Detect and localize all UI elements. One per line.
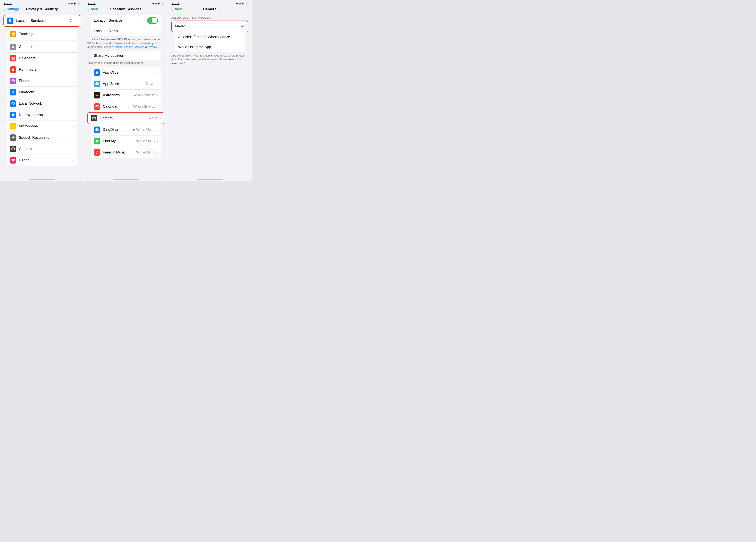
nav-title-2: Location Services — [110, 7, 142, 11]
status-bar-3: 11:11 ••• WiFi 🔋 — [168, 0, 252, 6]
tracking-item[interactable]: Tracking › — [7, 28, 77, 40]
never-option[interactable]: Never ✓ — [172, 21, 248, 32]
health-chevron: › — [73, 159, 74, 162]
signal-icon-2: ••• — [151, 2, 154, 5]
status-icons-1: ••• WiFi 🔋 — [67, 2, 80, 5]
dingding-item[interactable]: DingDing ▶ While Using › — [91, 124, 161, 136]
status-icons-2: ••• WiFi 🔋 — [151, 2, 164, 5]
apps-list-group: App Clips › App Store Never › — [91, 67, 161, 112]
app-store-icon — [94, 81, 100, 87]
camera-item-p2[interactable]: Camera Never › — [88, 113, 164, 124]
back-label-1: Settings — [6, 7, 19, 11]
svg-rect-1 — [96, 72, 98, 73]
app-store-chevron: › — [157, 82, 158, 86]
bluetooth-chevron: › — [73, 91, 74, 94]
health-icon — [10, 157, 16, 164]
panel-camera: 11:11 ••• WiFi 🔋 ‹ Back Camera ALLOW LOC… — [168, 0, 252, 181]
calendar-item[interactable]: Calendar When Shared › — [91, 101, 161, 112]
wifi-icon-3: WiFi — [239, 2, 244, 5]
back-button-2[interactable]: ‹ Back — [87, 7, 98, 12]
location-services-toggle-label: Location Services — [94, 18, 147, 23]
allow-location-label: ALLOW LOCATION ACCESS — [168, 13, 252, 21]
while-using-option[interactable]: While Using the App — [175, 42, 245, 52]
astronomy-chevron: › — [157, 94, 158, 97]
bluetooth-item[interactable]: Bluetooth › — [7, 87, 77, 98]
dingding-loc-icon: ▶ — [133, 128, 135, 131]
freegal-value: While Using — [136, 150, 156, 155]
tracking-section: Tracking › — [3, 28, 80, 40]
sharing-desc: This iPhone is being used for location s… — [84, 60, 168, 66]
battery-icon-1: 🔋 — [77, 2, 80, 5]
reminders-item[interactable]: Reminders › — [7, 64, 77, 75]
location-services-value: On — [70, 19, 75, 23]
battery-icon-3: 🔋 — [245, 2, 248, 5]
microphone-item[interactable]: Microphone › — [7, 121, 77, 132]
back-button-1[interactable]: ‹ Settings — [3, 7, 19, 12]
health-item[interactable]: Health › — [7, 155, 77, 166]
app-store-item[interactable]: App Store Never › — [91, 78, 161, 90]
microphone-icon — [10, 123, 16, 130]
other-options-section: Ask Next Time Or When I Share While Usin… — [171, 32, 248, 52]
camera-item[interactable]: Camera › — [7, 144, 77, 155]
tracking-label: Tracking — [19, 32, 72, 36]
camera-chevron-p2: › — [160, 117, 161, 120]
find-my-item[interactable]: Find My While Using › — [91, 136, 161, 147]
toggle-knob — [152, 18, 157, 23]
app-clips-item[interactable]: App Clips › — [91, 67, 161, 78]
contacts-item[interactable]: Contacts › — [7, 41, 77, 53]
dingding-value: While Using — [136, 128, 156, 132]
camera-chevron-p1: › — [73, 147, 74, 151]
nav-bar-2: ‹ Back Location Services — [84, 6, 168, 13]
location-services-chevron: › — [76, 19, 77, 22]
ask-next-time-option[interactable]: Ask Next Time Or When I Share — [175, 32, 245, 42]
health-label: Health — [19, 158, 72, 163]
contacts-label: Contacts — [19, 45, 72, 49]
location-services-section: Location Services On › — [3, 15, 80, 27]
astronomy-item[interactable]: Astronomy When Shared › — [91, 90, 161, 101]
content-1: Location Services On › Tracking › — [0, 13, 84, 176]
loc-services-toggle-section: Location Services Location Alerts › — [87, 15, 164, 36]
local-network-item[interactable]: Local Network › — [7, 98, 77, 109]
more-apps-group: DingDing ▶ While Using › Find My While U… — [91, 124, 161, 158]
nearby-interactions-item[interactable]: Nearby Interactions › — [7, 109, 77, 121]
app-clips-chevron: › — [157, 71, 158, 74]
nav-bar-3: ‹ Back Camera — [168, 6, 252, 13]
wifi-icon-1: WiFi — [71, 2, 76, 5]
find-my-value: While Using — [136, 139, 156, 143]
location-services-toggle[interactable] — [147, 17, 158, 24]
location-alerts-item[interactable]: Location Alerts › — [91, 26, 161, 36]
settings-list-section: Contacts › Calendars › Reminders › — [3, 41, 80, 166]
local-network-label: Local Network — [19, 102, 72, 106]
camera-value-p2: Never — [149, 116, 158, 120]
freegal-label: Freegal Music — [103, 150, 136, 155]
share-location-section: Share My Location › — [87, 51, 164, 60]
never-label: Never — [175, 24, 241, 28]
dingding-icon — [94, 127, 100, 133]
location-services-label: Location Services — [16, 19, 70, 23]
location-alerts-label: Location Alerts — [94, 29, 156, 33]
photos-icon — [10, 78, 16, 84]
back-label-3: Back — [174, 7, 182, 11]
explanation-label: App explanation: — [171, 54, 193, 57]
share-my-location-item[interactable]: Share My Location › — [91, 51, 161, 60]
photos-item[interactable]: Photos › — [7, 75, 77, 87]
never-highlighted-box: Never ✓ — [171, 21, 248, 32]
panel-location-services: 11:11 ••• WiFi 🔋 ‹ Back Location Service… — [84, 0, 168, 181]
speech-recognition-item[interactable]: Speech Recognition › — [7, 132, 77, 144]
about-location-link[interactable]: About Location Services & Privacy... — [114, 45, 159, 49]
while-using-label: While Using the App — [178, 45, 241, 49]
freegal-item[interactable]: Freegal Music While Using › — [91, 147, 161, 158]
bluetooth-label: Bluetooth — [19, 90, 72, 94]
local-network-icon — [10, 100, 16, 107]
location-services-item[interactable]: Location Services On › — [4, 15, 80, 26]
location-services-toggle-item[interactable]: Location Services — [91, 15, 161, 26]
chevron-back-2: ‹ — [87, 7, 89, 12]
explanation-text: App explanation: "Your location is used … — [168, 52, 252, 67]
app-store-label: App Store — [103, 82, 146, 86]
location-services-highlighted-row[interactable]: Location Services On › — [3, 15, 80, 27]
calendars-item[interactable]: Calendars › — [7, 53, 77, 64]
home-bar-1 — [29, 179, 55, 180]
back-button-3[interactable]: ‹ Back — [171, 7, 182, 12]
reminders-chevron: › — [73, 68, 74, 71]
svg-point-2 — [96, 94, 98, 96]
